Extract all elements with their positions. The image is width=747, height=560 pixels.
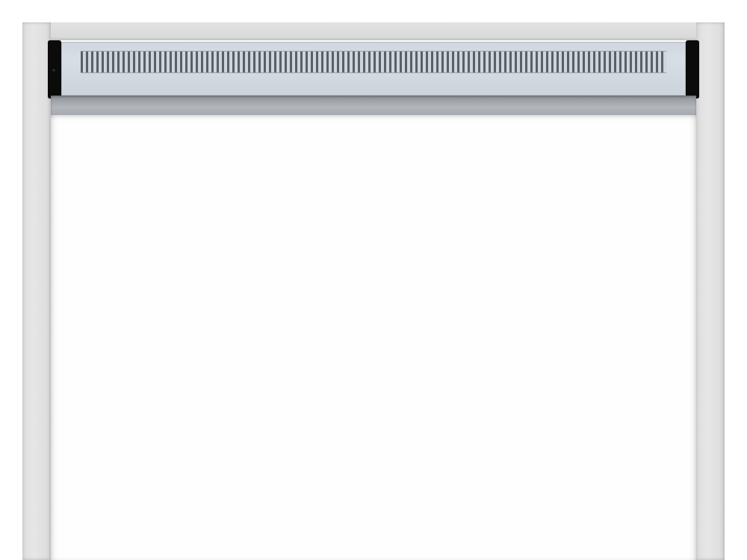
housing-bottom-lip [51, 96, 696, 115]
door-frame-assembly [22, 22, 725, 560]
lintel-top [22, 22, 725, 40]
housing-end-cap-right [686, 40, 699, 99]
air-curtain-housing [61, 42, 686, 96]
doorway-opening [51, 115, 696, 560]
indicator-dot [52, 69, 55, 72]
vent-grille [81, 51, 666, 73]
frame-pillar-left [22, 22, 51, 560]
frame-pillar-right [696, 22, 725, 560]
